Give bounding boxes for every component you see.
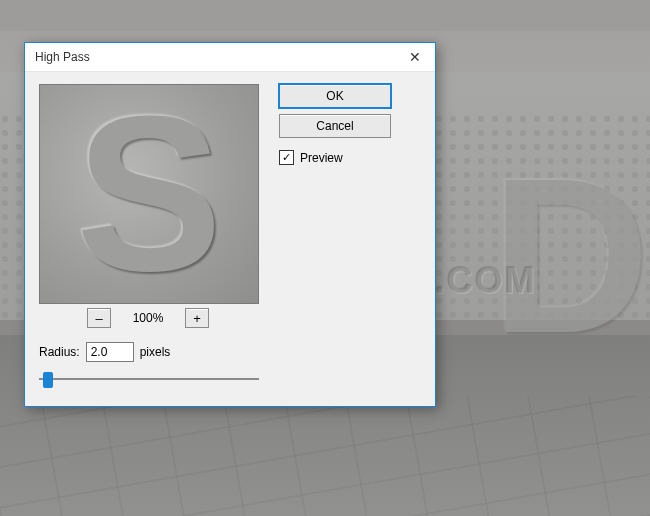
dialog-body: S – 100% + OK Cancel [25, 72, 435, 406]
app-canvas: D WWW.PSD-DUDE.COM High Pass ✕ S – 100% … [0, 0, 650, 516]
radius-row: Radius: pixels [39, 342, 421, 362]
preview-toggle[interactable]: ✓ Preview [279, 150, 391, 165]
slider-track [39, 378, 259, 380]
dialog-buttons: OK Cancel ✓ Preview [279, 84, 391, 165]
zoom-out-button[interactable]: – [87, 308, 111, 328]
slider-thumb[interactable] [43, 372, 53, 388]
ok-button[interactable]: OK [279, 84, 391, 108]
cancel-label: Cancel [316, 119, 353, 133]
radius-input[interactable] [86, 342, 134, 362]
dialog-titlebar[interactable]: High Pass ✕ [25, 43, 435, 72]
preview-checkbox[interactable]: ✓ [279, 150, 294, 165]
close-icon: ✕ [409, 49, 421, 65]
background-cobble [0, 396, 650, 516]
close-button[interactable]: ✕ [395, 43, 435, 71]
dialog-title: High Pass [35, 50, 90, 64]
radius-unit: pixels [140, 345, 171, 359]
zoom-percent: 100% [127, 311, 169, 325]
radius-label: Radius: [39, 345, 80, 359]
filter-preview[interactable]: S [39, 84, 259, 304]
cancel-button[interactable]: Cancel [279, 114, 391, 138]
ok-label: OK [326, 89, 343, 103]
radius-slider[interactable] [39, 370, 259, 388]
preview-label: Preview [300, 151, 343, 165]
minus-icon: – [95, 311, 102, 326]
zoom-controls: – 100% + [39, 308, 257, 328]
check-icon: ✓ [282, 152, 291, 163]
plus-icon: + [193, 311, 201, 326]
preview-content: S [40, 85, 258, 303]
high-pass-dialog: High Pass ✕ S – 100% + OK [24, 42, 436, 407]
zoom-in-button[interactable]: + [185, 308, 209, 328]
